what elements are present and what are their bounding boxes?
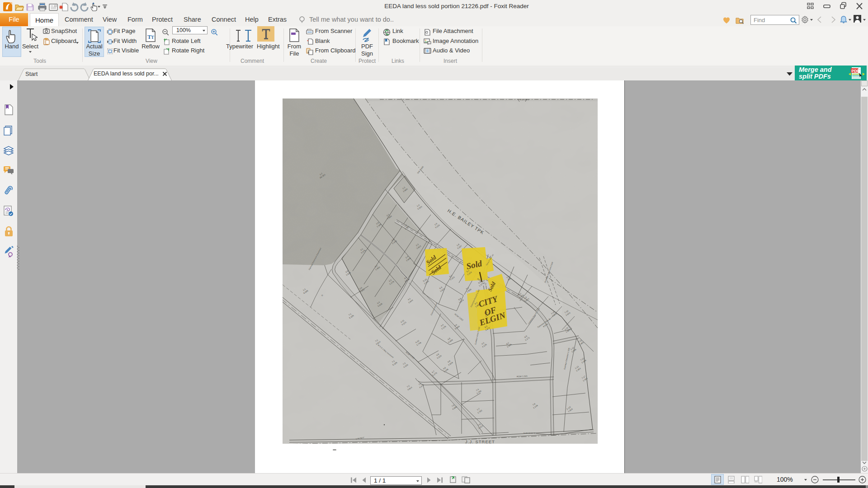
- svg-text:T: T: [151, 35, 154, 40]
- svg-text:PDF: PDF: [852, 69, 859, 73]
